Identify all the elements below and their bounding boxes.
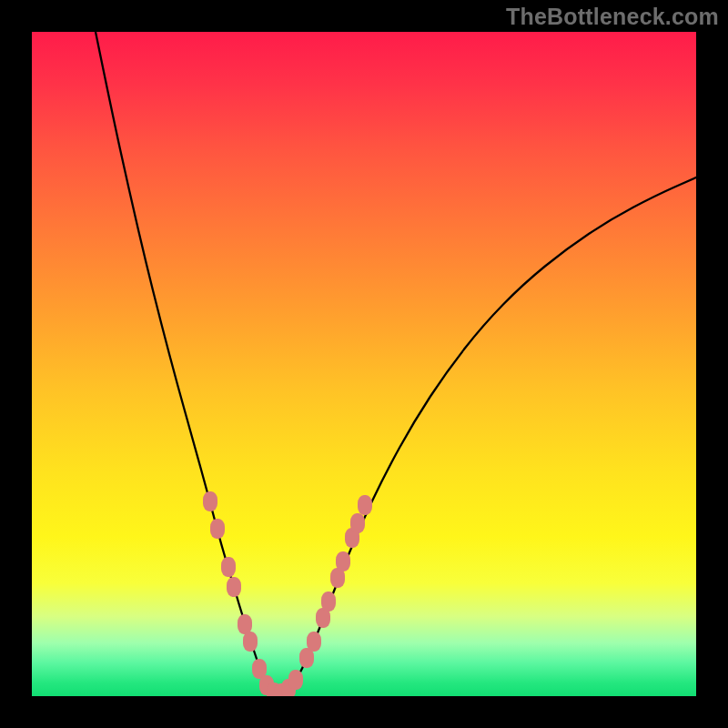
- curve-path: [96, 32, 696, 694]
- data-marker: [210, 519, 225, 539]
- data-marker: [321, 592, 336, 612]
- data-marker: [350, 513, 365, 533]
- data-marker: [243, 632, 258, 652]
- data-marker: [203, 491, 217, 511]
- data-marker: [307, 632, 321, 652]
- data-marker: [358, 495, 372, 515]
- watermark-text: TheBottleneck.com: [506, 4, 719, 30]
- data-marker: [227, 577, 241, 597]
- chart-frame: TheBottleneck.com: [0, 0, 728, 728]
- data-marker: [336, 551, 350, 571]
- bottleneck-curve: [32, 32, 696, 696]
- data-marker: [221, 557, 236, 577]
- data-marker: [238, 614, 252, 634]
- data-marker: [288, 670, 303, 690]
- plot-area: [32, 32, 696, 696]
